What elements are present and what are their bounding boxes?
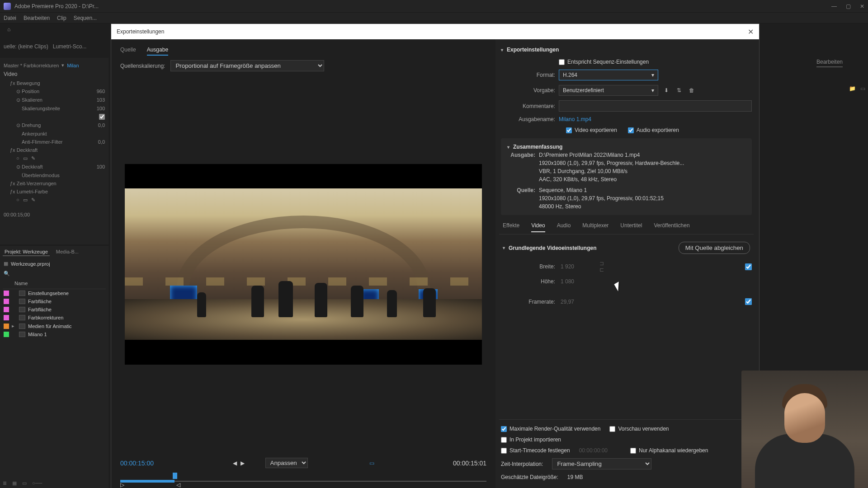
project-item[interactable]: Farbfläche xyxy=(3,305,106,314)
time-interpolation-select[interactable]: Frame-Sampling xyxy=(552,458,651,469)
output-filename-link[interactable]: Milano 1.mp4 xyxy=(559,116,591,122)
project-item[interactable]: Milano 1 xyxy=(3,330,106,338)
zoom-slider-icon[interactable]: ○── xyxy=(32,480,42,486)
tab-output[interactable]: Ausgabe xyxy=(147,45,168,56)
opacity-value[interactable]: 100 xyxy=(97,164,105,170)
new-item-icon[interactable]: ▭ xyxy=(860,85,865,92)
time-remap-effect[interactable]: Zeit-Verzerrungen xyxy=(17,181,57,186)
comments-input[interactable] xyxy=(559,100,752,112)
preview-scrubber[interactable]: ▷ ◁ xyxy=(120,473,486,486)
match-sequence-checkbox[interactable] xyxy=(559,59,565,65)
lumetri-scopes-tab[interactable]: Lumetri-Sco... xyxy=(53,43,87,50)
clip-name[interactable]: Milan xyxy=(67,63,79,68)
mask-rect-icon-2[interactable]: ▭ xyxy=(23,197,28,203)
uniform-scale-checkbox[interactable] xyxy=(99,114,105,120)
preset-select[interactable]: Benutzerdefiniert▾ xyxy=(559,85,658,96)
height-value[interactable]: 1 080 xyxy=(561,278,592,285)
app-logo-icon xyxy=(4,3,11,10)
width-match-checkbox[interactable] xyxy=(745,263,752,270)
export-video-checkbox[interactable] xyxy=(566,127,572,133)
tab-audio[interactable]: Audio xyxy=(557,222,571,232)
export-audio-checkbox[interactable] xyxy=(628,127,634,133)
close-window-icon[interactable]: ✕ xyxy=(860,3,864,9)
rotation-value[interactable]: 0,0 xyxy=(98,122,105,128)
tab-effects[interactable]: Effekte xyxy=(503,222,519,232)
list-view-icon[interactable]: ≣ xyxy=(3,480,7,486)
framerate-match-checkbox[interactable] xyxy=(745,298,752,305)
width-value[interactable]: 1 920 xyxy=(561,263,592,270)
mask-rect-icon[interactable]: ▭ xyxy=(23,155,28,161)
position-value[interactable]: 960 xyxy=(97,89,105,94)
mask-pen-icon-2[interactable]: ✎ xyxy=(31,197,35,203)
menu-clip[interactable]: Clip xyxy=(57,15,66,21)
tab-video[interactable]: Video xyxy=(531,222,545,232)
mask-ellipse-icon-2[interactable]: ○ xyxy=(16,197,19,203)
summary-source-audio: 48000 Hz, Stereo xyxy=(539,203,745,210)
minimize-icon[interactable]: — xyxy=(831,3,837,9)
project-item[interactable]: ▸ Medien für Animatic xyxy=(3,322,106,330)
media-browser-tab[interactable]: Media-B... xyxy=(54,248,80,256)
close-icon[interactable]: ✕ xyxy=(748,28,754,36)
save-preset-icon[interactable]: ⬇ xyxy=(662,86,671,95)
framerate-value[interactable]: 29,97 xyxy=(561,299,592,305)
project-tab[interactable]: Projekt: Werkzeuge xyxy=(3,248,50,256)
right-tab-bearbeiten[interactable]: Bearbeiten xyxy=(816,59,843,67)
use-previews-checkbox[interactable] xyxy=(609,426,615,432)
fit-select[interactable]: Anpassen xyxy=(265,458,308,468)
anchor-prop[interactable]: Ankerpunkt xyxy=(22,131,47,136)
scale-width-prop[interactable]: Skalierungsbreite xyxy=(22,106,60,111)
antiflicker-value[interactable]: 0,0 xyxy=(98,139,105,145)
tab-source[interactable]: Quelle xyxy=(120,45,136,56)
import-preset-icon[interactable]: ⇅ xyxy=(675,86,684,95)
source-tab[interactable]: uelle: (keine Clips) xyxy=(4,43,48,50)
folder-icon[interactable]: 📁 xyxy=(849,85,856,92)
rotation-prop[interactable]: Drehung xyxy=(22,122,41,128)
menu-datei[interactable]: Datei xyxy=(4,15,16,21)
tab-publish[interactable]: Veröffentlichen xyxy=(654,222,689,232)
summary-header[interactable]: Zusammenfassung xyxy=(507,143,745,151)
scale-value[interactable]: 103 xyxy=(97,97,105,103)
max-render-checkbox[interactable] xyxy=(501,426,507,432)
timecode-left[interactable]: 00:00:15:00 xyxy=(120,460,154,467)
in-point-icon[interactable]: ▷ xyxy=(120,482,124,485)
project-item[interactable]: Einstellungsebene xyxy=(3,289,106,297)
source-scaling-select[interactable]: Proportional auf Framegröße anpassen xyxy=(170,60,324,71)
alpha-only-checkbox[interactable] xyxy=(630,448,636,454)
scale-width-value[interactable]: 100 xyxy=(97,106,105,111)
aspect-ratio-icon[interactable]: ▭ xyxy=(369,460,374,466)
blend-mode-prop[interactable]: Überblendmodus xyxy=(22,173,60,178)
match-source-button[interactable]: Mit Quelle abgleichen xyxy=(679,242,750,254)
tab-captions[interactable]: Untertitel xyxy=(620,222,642,232)
basic-video-header[interactable]: Grundlegende Videoeinstellungen Mit Quel… xyxy=(501,238,752,258)
antiflicker-prop[interactable]: Anti-Flimmer-Filter xyxy=(22,139,62,145)
menu-sequenz[interactable]: Sequen... xyxy=(74,15,97,21)
menu-bearbeiten[interactable]: Bearbeiten xyxy=(24,15,50,21)
scale-prop[interactable]: Skalieren xyxy=(22,97,42,103)
lumetri-color-effect[interactable]: Lumetri-Farbe xyxy=(17,189,48,194)
position-prop[interactable]: Position xyxy=(22,89,39,94)
maximize-icon[interactable]: ▢ xyxy=(846,3,851,9)
out-point-icon[interactable]: ◁ xyxy=(176,482,180,485)
project-item[interactable]: Farbfläche xyxy=(3,297,106,305)
playhead-handle[interactable] xyxy=(173,473,177,479)
step-fwd-icon[interactable]: ▶ xyxy=(241,460,245,466)
format-select[interactable]: H.264▾ xyxy=(559,70,658,80)
opacity-prop[interactable]: Deckkraft xyxy=(22,164,42,169)
step-back-icon[interactable]: ◀ xyxy=(233,460,237,466)
motion-effect[interactable]: Bewegung xyxy=(17,80,40,86)
link-dimensions-icon[interactable]: ⊐⊏ xyxy=(599,260,604,273)
icon-view-icon[interactable]: ▦ xyxy=(12,480,17,486)
tab-multiplexer[interactable]: Multiplexer xyxy=(582,222,609,232)
project-item[interactable]: Farbkorrekturen xyxy=(3,314,106,322)
mask-ellipse-icon[interactable]: ○ xyxy=(16,155,19,161)
freeform-view-icon[interactable]: ▭ xyxy=(22,480,27,486)
start-timecode-checkbox[interactable] xyxy=(501,448,507,454)
opacity-effect[interactable]: Deckkraft xyxy=(17,147,38,153)
home-icon[interactable]: ⌂ xyxy=(7,26,10,33)
import-project-checkbox[interactable] xyxy=(501,437,507,443)
mask-pen-icon[interactable]: ✎ xyxy=(31,155,35,161)
search-icon[interactable]: 🔍 xyxy=(4,271,10,277)
column-name[interactable]: Name xyxy=(14,281,28,286)
export-settings-header[interactable]: Exporteinstellungen xyxy=(499,43,754,56)
delete-preset-icon[interactable]: 🗑 xyxy=(687,86,696,95)
